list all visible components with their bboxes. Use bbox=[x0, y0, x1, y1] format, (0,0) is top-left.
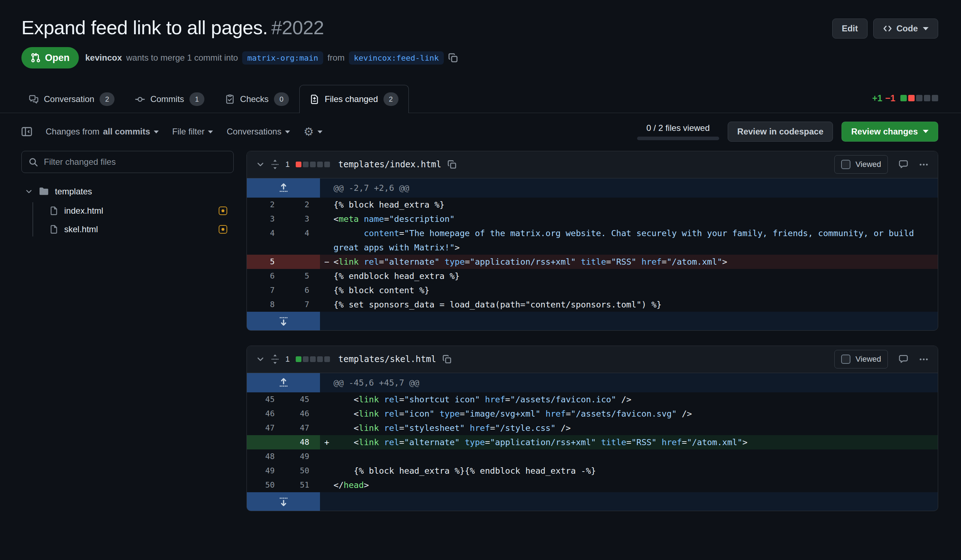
file-filter-dropdown[interactable]: File filter bbox=[172, 127, 213, 136]
viewed-checkbox[interactable] bbox=[841, 160, 850, 169]
base-branch-label[interactable]: matrix-org:main bbox=[242, 51, 323, 64]
comment-icon[interactable] bbox=[898, 160, 908, 169]
diff-block-n bbox=[324, 162, 330, 167]
kebab-menu-icon[interactable] bbox=[919, 160, 929, 169]
collapse-sidebar-icon[interactable] bbox=[21, 126, 32, 137]
viewed-label: Viewed bbox=[855, 160, 881, 169]
diff-line-expand bbox=[247, 492, 938, 511]
filter-changed-files-input[interactable] bbox=[21, 151, 234, 173]
edit-button[interactable]: Edit bbox=[832, 19, 868, 39]
chevron-down-icon bbox=[318, 130, 323, 133]
review-in-codespace-button[interactable]: Review in codespace bbox=[728, 122, 833, 141]
code-cell[interactable]: {% block head_extra %}{% endblock head_e… bbox=[320, 464, 938, 478]
tab-label: Files changed bbox=[325, 94, 378, 104]
pr-number: #2022 bbox=[271, 17, 324, 38]
folder-icon bbox=[39, 186, 49, 197]
expand-down-button[interactable] bbox=[247, 312, 320, 330]
copy-branch-icon[interactable] bbox=[448, 53, 458, 63]
comment-discussion-icon bbox=[29, 95, 39, 104]
copy-path-icon[interactable] bbox=[442, 355, 452, 364]
code-cell[interactable]: + <link rel="alternate" type="applicatio… bbox=[320, 435, 938, 449]
copy-path-icon[interactable] bbox=[447, 160, 456, 169]
code-button[interactable]: Code bbox=[873, 19, 938, 39]
diff-line-ctx: 5051</head> bbox=[247, 478, 938, 492]
diff-file-name[interactable]: templates/index.html bbox=[338, 159, 441, 169]
code-cell[interactable]: {% set sponsors_data = load_data(path="c… bbox=[320, 297, 938, 312]
line-number-gutter[interactable]: 44 bbox=[247, 226, 320, 255]
code-cell[interactable]: <link rel="stylesheet" href="/style.css"… bbox=[320, 421, 938, 435]
code-cell[interactable]: <link rel="shortcut icon" href="/assets/… bbox=[320, 392, 938, 407]
line-number-gutter[interactable]: 4646 bbox=[247, 407, 320, 421]
drag-handle-icon[interactable] bbox=[271, 354, 279, 364]
line-number-gutter[interactable]: 4545 bbox=[247, 392, 320, 407]
code-cell[interactable]: {% block content %} bbox=[320, 283, 938, 297]
code-cell[interactable] bbox=[320, 449, 938, 464]
code-cell[interactable]: <meta name="description" bbox=[320, 212, 938, 226]
diff-block-n bbox=[303, 162, 309, 167]
diff-line-ctx: 4849 bbox=[247, 449, 938, 464]
line-number-gutter[interactable]: 4849 bbox=[247, 449, 320, 464]
code-cell[interactable]: {% block head_extra %} bbox=[320, 197, 938, 212]
conversations-dropdown[interactable]: Conversations bbox=[227, 127, 290, 136]
viewed-checkbox[interactable] bbox=[841, 355, 850, 364]
diff-block-del bbox=[296, 162, 301, 167]
from-word: from bbox=[328, 53, 345, 63]
kebab-menu-icon[interactable] bbox=[919, 355, 929, 364]
line-number-gutter[interactable]: 87 bbox=[247, 297, 320, 312]
file-diffstat-blocks bbox=[296, 162, 330, 167]
pr-title-text: Expand feed link to all pages. bbox=[21, 17, 268, 38]
collapse-diff-icon[interactable] bbox=[256, 355, 265, 363]
pr-header: Expand feed link to all pages.#2022 Edit… bbox=[0, 0, 961, 69]
diff-file-name[interactable]: templates/skel.html bbox=[338, 354, 436, 364]
line-number-gutter[interactable]: 33 bbox=[247, 212, 320, 226]
tree-folder-templates[interactable]: templates bbox=[21, 183, 234, 200]
files-toolbar: Changes from all commits File filter Con… bbox=[0, 122, 961, 141]
tab-conversation[interactable]: Conversation 2 bbox=[19, 85, 125, 113]
expand-up-button[interactable] bbox=[247, 373, 320, 392]
drag-handle-icon[interactable] bbox=[271, 159, 279, 170]
author-name[interactable]: kevincox bbox=[85, 53, 122, 63]
diff-list: 1 templates/index.html Viewed @@ -2,7 +2… bbox=[246, 151, 938, 526]
diff-panel-index-html: 1 templates/index.html Viewed @@ -2,7 +2… bbox=[246, 151, 938, 331]
line-number-gutter[interactable]: 5 bbox=[247, 255, 320, 269]
diff-file-header: 1 templates/index.html Viewed bbox=[247, 151, 938, 178]
line-number-gutter[interactable]: 4950 bbox=[247, 464, 320, 478]
tree-file-index-html[interactable]: index.html bbox=[21, 202, 234, 219]
tree-file-skel-html[interactable]: skel.html bbox=[21, 221, 234, 238]
expand-down-button[interactable] bbox=[247, 492, 320, 511]
diffstat: +1 −1 bbox=[872, 93, 938, 103]
code-cell[interactable]: {% endblock head_extra %} bbox=[320, 269, 938, 283]
code-cell[interactable]: content="The homepage of the matrix.org … bbox=[320, 226, 938, 255]
tab-commits[interactable]: Commits 1 bbox=[125, 85, 215, 113]
hunk-header-text bbox=[320, 492, 938, 511]
tab-checks[interactable]: Checks 0 bbox=[215, 85, 299, 113]
line-number-gutter[interactable]: 65 bbox=[247, 269, 320, 283]
viewed-toggle[interactable]: Viewed bbox=[834, 155, 888, 174]
line-number-gutter[interactable]: 22 bbox=[247, 197, 320, 212]
line-number-gutter[interactable]: 76 bbox=[247, 283, 320, 297]
diff-line-hunk: @@ -45,6 +45,7 @@ bbox=[247, 373, 938, 392]
diff-block-add bbox=[900, 95, 907, 101]
line-number-gutter[interactable]: 48 bbox=[247, 435, 320, 449]
tree-file-label: skel.html bbox=[64, 225, 98, 234]
review-changes-button[interactable]: Review changes bbox=[842, 122, 938, 141]
diff-block-add bbox=[296, 356, 301, 362]
hunk-header-text: @@ -45,6 +45,7 @@ bbox=[320, 373, 938, 392]
git-pull-request-icon bbox=[31, 53, 41, 63]
line-number-gutter[interactable]: 4747 bbox=[247, 421, 320, 435]
chevron-down-icon bbox=[923, 130, 929, 133]
line-number-gutter[interactable]: 5051 bbox=[247, 478, 320, 492]
tab-files-changed[interactable]: Files changed 2 bbox=[299, 85, 408, 113]
changes-from-dropdown[interactable]: Changes from all commits bbox=[46, 127, 159, 136]
diff-line-ctx: 22{% block head_extra %} bbox=[247, 197, 938, 212]
viewed-toggle[interactable]: Viewed bbox=[834, 350, 888, 369]
modified-status-icon bbox=[219, 225, 227, 234]
head-branch-label[interactable]: kevincox:feed-link bbox=[349, 51, 444, 64]
expand-up-button[interactable] bbox=[247, 178, 320, 197]
collapse-diff-icon[interactable] bbox=[256, 160, 265, 169]
code-cell[interactable]: </head> bbox=[320, 478, 938, 492]
comment-icon[interactable] bbox=[898, 355, 908, 364]
diff-settings-dropdown[interactable]: ⚙ bbox=[304, 126, 323, 137]
code-cell[interactable]: −<link rel="alternate" type="application… bbox=[320, 255, 938, 269]
code-cell[interactable]: <link rel="icon" type="image/svg+xml" hr… bbox=[320, 407, 938, 421]
